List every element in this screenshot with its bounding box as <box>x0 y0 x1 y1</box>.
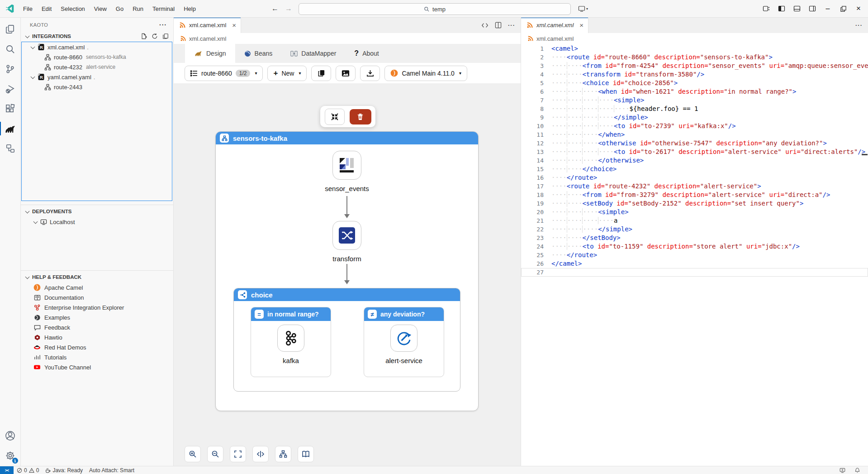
code-line[interactable]: 17····<route id="route-4232" description… <box>521 182 868 191</box>
sidebar-more-icon[interactable]: ··· <box>159 21 167 29</box>
minimize-window-icon[interactable]: – <box>821 2 835 15</box>
when-header[interactable]: = in normal range? <box>251 307 331 321</box>
runtime-selector-button[interactable]: Camel Main 4.11.0 ▾ <box>384 66 467 81</box>
code-line[interactable]: 20············<simple> <box>521 208 868 216</box>
toggle-primary-sidebar-icon[interactable] <box>775 2 788 15</box>
toggle-panel-icon[interactable] <box>790 2 804 15</box>
fit-to-screen-button[interactable] <box>230 446 246 462</box>
node-kafka[interactable]: kafka <box>251 325 331 364</box>
code-line[interactable]: 21················a <box>521 216 868 225</box>
settings-gear-icon[interactable]: 1 <box>0 445 21 465</box>
menu-go[interactable]: Go <box>112 4 128 14</box>
help-documentation[interactable]: Documentation <box>21 292 173 302</box>
help-tutorials[interactable]: Tutorials <box>21 352 173 362</box>
open-copy-icon[interactable] <box>162 33 169 39</box>
more-actions-icon[interactable]: ··· <box>508 22 515 29</box>
tab-about[interactable]: ? About <box>345 44 388 63</box>
code-line[interactable]: 3········<from id="from-4254" descriptio… <box>521 62 868 70</box>
screencast-icon[interactable] <box>836 466 849 474</box>
help-examples[interactable]: Examples <box>21 312 173 322</box>
zoom-in-button[interactable] <box>185 446 201 462</box>
menu-view[interactable]: View <box>90 4 111 14</box>
code-line[interactable]: 1<camel> <box>521 44 868 53</box>
code-line[interactable]: 2····<route id="route-8660" description=… <box>521 53 868 62</box>
close-tab-icon[interactable]: × <box>232 21 236 29</box>
menu-terminal[interactable]: Terminal <box>148 4 179 14</box>
code-line[interactable]: 10················<to id="to-2739" uri="… <box>521 122 868 130</box>
code-line[interactable]: 22············</simple> <box>521 225 868 234</box>
tab-xml-camel-xml[interactable]: xml.camel.xml × <box>174 17 241 33</box>
help-red-hat-demos[interactable]: Red Hat Demos <box>21 342 173 352</box>
node-alert-service[interactable]: alert-service <box>364 325 444 364</box>
restore-window-icon[interactable] <box>836 2 850 15</box>
code-line[interactable]: 16····</route> <box>521 173 868 182</box>
code-line[interactable]: 4········<transform id="transform-3580"/… <box>521 70 868 79</box>
source-control-icon[interactable] <box>0 59 21 79</box>
kaoto-camel-icon[interactable] <box>0 119 21 139</box>
code-line[interactable]: 18········<from id="from-3279" descripti… <box>521 191 868 199</box>
code-line[interactable]: 12············<otherwise id="otherwise-7… <box>521 139 868 148</box>
integrations-section-header[interactable]: INTEGRATIONS <box>21 31 173 42</box>
command-center-search[interactable]: temp <box>299 3 571 15</box>
problems-status[interactable]: 0 0 <box>14 466 42 474</box>
menu-file[interactable]: File <box>19 4 37 14</box>
java-status[interactable]: Java: Ready <box>42 466 86 474</box>
route-container-header[interactable]: sensors-to-kafka <box>216 132 478 144</box>
download-button[interactable] <box>360 66 380 81</box>
new-flow-button[interactable]: + New ▾ <box>267 66 307 81</box>
code-line[interactable]: 15········</choice> <box>521 165 868 173</box>
code-line[interactable]: 23········</setBody> <box>521 234 868 242</box>
code-line[interactable]: 27 <box>521 268 868 277</box>
otherwise-header[interactable]: ≠ any deviation? <box>364 307 444 321</box>
deployments-section-header[interactable]: DEPLOYMENTS <box>21 206 173 217</box>
code-line[interactable]: 5········<choice id="choice-2856"> <box>521 79 868 87</box>
menu-edit[interactable]: Edit <box>38 4 56 14</box>
account-icon[interactable] <box>0 426 21 445</box>
notifications-bell-icon[interactable] <box>851 466 863 474</box>
tab-beans[interactable]: Beans <box>235 44 282 63</box>
search-view-icon[interactable] <box>0 39 21 59</box>
run-debug-icon[interactable] <box>0 79 21 99</box>
code-line[interactable]: 24········<to id="to-1159" description="… <box>521 242 868 251</box>
branch-otherwise[interactable]: ≠ any deviation? <box>364 307 444 377</box>
toggle-secondary-sidebar-icon[interactable] <box>806 2 819 15</box>
explorer-icon[interactable] <box>0 19 21 39</box>
help-feedback[interactable]: Feedback <box>21 322 173 332</box>
catalog-button[interactable] <box>298 446 314 462</box>
help-enterprise-integration-explorer[interactable]: Enterprise Integration Explorer <box>21 302 173 312</box>
remote-indicator[interactable]: >< <box>0 466 14 474</box>
export-image-button[interactable] <box>336 66 356 81</box>
code-line[interactable]: 26</camel> <box>521 259 868 268</box>
breadcrumb-left[interactable]: xml.camel.xml <box>174 33 521 44</box>
route-container-sensors-to-kafka[interactable]: sensors-to-kafka sensor_events <box>215 131 479 411</box>
kaoto-canvas[interactable]: sensors-to-kafka sensor_events <box>174 83 521 466</box>
remote-window-indicator[interactable]: ▾ <box>578 0 588 17</box>
horizontal-layout-button[interactable] <box>252 446 269 462</box>
code-line[interactable]: 11············</when> <box>521 130 868 139</box>
more-actions-icon[interactable]: ··· <box>855 22 863 29</box>
hierarchy-view-icon[interactable] <box>0 139 21 158</box>
branch-when[interactable]: = in normal range? <box>251 307 331 377</box>
code-editor[interactable]: 1<camel>2····<route id="route-8660" desc… <box>521 44 868 466</box>
help-apache-camel[interactable]: Apache Camel <box>21 282 173 292</box>
code-line[interactable]: 25····</route> <box>521 251 868 259</box>
collapse-node-button[interactable] <box>325 109 345 125</box>
help-youtube-channel[interactable]: YouTube Channel <box>21 362 173 372</box>
menu-selection[interactable]: Selection <box>57 4 89 14</box>
code-line[interactable]: 7················<simple> <box>521 96 868 105</box>
choice-container[interactable]: choice = in normal range? <box>233 288 460 392</box>
node-sensor-events[interactable]: sensor_events <box>311 151 383 192</box>
customize-layout-icon[interactable] <box>759 2 773 15</box>
code-line[interactable]: 9················</simple> <box>521 113 868 122</box>
help-hawtio[interactable]: Hawtio <box>21 332 173 342</box>
tab-xml-camel-xml-preview[interactable]: xml.camel.xml × <box>521 17 588 33</box>
tree-item-xml-camel-xml[interactable]: xml.camel.xml . <box>22 42 172 52</box>
tree-item-route-4232[interactable]: route-4232 alert-service <box>22 62 172 72</box>
scrollbar-mark[interactable] <box>862 154 868 155</box>
nav-forward-icon[interactable]: → <box>285 5 292 13</box>
code-line[interactable]: 8····················${header.foo} == 1 <box>521 105 868 113</box>
menu-help[interactable]: Help <box>180 4 200 14</box>
deployment-localhost[interactable]: Localhost <box>21 217 173 227</box>
code-line[interactable]: 14············</otherwise> <box>521 156 868 165</box>
copy-flow-button[interactable] <box>311 66 331 81</box>
